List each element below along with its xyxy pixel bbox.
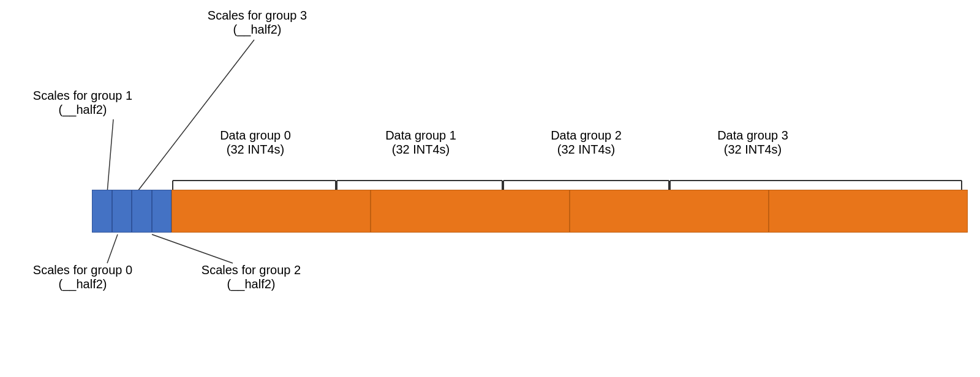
blue-seg-3 [153,190,172,232]
annotation-svg [0,0,980,377]
svg-line-14 [107,234,118,263]
data-seg-0 [172,190,371,232]
label-data-group0: Data group 0 (32 INT4s) [173,129,338,157]
blue-seg-1 [113,190,133,232]
blue-seg-2 [132,190,153,232]
data-seg-2 [570,190,769,232]
svg-line-15 [152,234,233,263]
data-seg-3 [769,190,967,232]
label-data-group1: Data group 1 (32 INT4s) [338,129,503,157]
label-scales-group0: Scales for group 0 (__half2) [12,263,153,291]
label-data-group3: Data group 3 (32 INT4s) [670,129,835,157]
memory-bar [92,190,968,233]
svg-line-13 [138,40,254,191]
label-scales-group3: Scales for group 3 (__half2) [184,9,331,37]
label-data-group2: Data group 2 (32 INT4s) [503,129,669,157]
blue-seg-0 [92,190,113,232]
data-bar [172,190,968,233]
diagram-container: Scales for group 1 (__half2) Scales for … [0,0,980,377]
label-scales-group1: Scales for group 1 (__half2) [12,89,153,117]
scales-bar [92,190,172,233]
label-scales-group2: Scales for group 2 (__half2) [178,263,325,291]
svg-line-12 [107,119,113,193]
data-seg-1 [371,190,570,232]
